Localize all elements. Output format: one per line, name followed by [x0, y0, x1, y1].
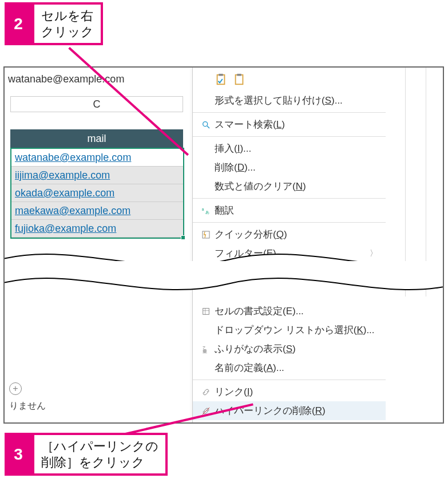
link-icon — [199, 388, 213, 397]
svg-point-4 — [203, 121, 208, 126]
menu-item-label: 削除(D)... — [213, 161, 386, 174]
spreadsheet-window: watanabe@example.com C mail watanabe@exa… — [3, 66, 444, 424]
menu-item[interactable]: クイック分析(Q) — [193, 225, 386, 244]
menu-item[interactable]: 挿入(I)... — [193, 139, 386, 158]
menu-separator — [193, 112, 386, 113]
menu-item-label: フィルター(E) — [213, 247, 370, 260]
menu-item[interactable]: 名前の定義(A)... — [193, 358, 386, 377]
callout-number: 2 — [5, 2, 32, 45]
table-header-mail: mail — [10, 129, 183, 148]
menu-item-label: 翻訳 — [213, 204, 386, 217]
clipboard-icon[interactable] — [233, 73, 245, 89]
callout-number: 3 — [5, 433, 32, 476]
menu-item[interactable]: 形式を選択して貼り付け(S)... — [193, 91, 386, 110]
status-text: りません — [9, 400, 46, 412]
cell-link[interactable]: fujioka@example.com — [11, 220, 183, 238]
menu-item-label: スマート検索(L) — [213, 118, 386, 131]
menu-item-label: ドロップダウン リストから選択(K)... — [213, 323, 386, 337]
svg-text:亜: 亜 — [203, 349, 207, 354]
menu-separator — [193, 136, 386, 137]
menu-item[interactable]: リンク(I) — [193, 382, 386, 401]
menu-item[interactable]: 数式と値のクリア(N) — [193, 177, 386, 196]
menu-item[interactable]: ア亜ふりがなの表示(S) — [193, 339, 386, 358]
menu-item-label: 挿入(I)... — [213, 142, 386, 155]
search-icon — [199, 120, 213, 129]
menu-item[interactable]: フィルター(E)〉 — [193, 244, 386, 263]
format-icon — [199, 307, 213, 316]
svg-rect-1 — [219, 74, 223, 76]
formula-bar[interactable]: watanabe@example.com — [8, 73, 185, 85]
menu-item[interactable]: ドロップダウン リストから選択(K)... — [193, 321, 386, 339]
svg-text:あ: あ — [205, 210, 209, 215]
column-header-c[interactable]: C — [10, 96, 183, 112]
submenu-arrow-icon: 〉 — [370, 248, 386, 259]
menu-item[interactable]: セルの書式設定(E)... — [193, 302, 386, 321]
menu-item-label: クイック分析(Q) — [213, 228, 386, 241]
furigana-icon: ア亜 — [199, 345, 213, 354]
callout-text: セルを右 クリック — [32, 2, 103, 45]
menu-separator — [193, 222, 386, 223]
svg-rect-9 — [203, 308, 209, 314]
grid-lines — [386, 68, 443, 297]
svg-line-5 — [207, 126, 209, 128]
svg-text:a: a — [202, 207, 204, 211]
cell-link[interactable]: watanabe@example.com — [11, 149, 183, 167]
svg-rect-3 — [237, 74, 241, 76]
menu-item-label: リンク(I) — [213, 385, 386, 398]
menu-separator — [193, 380, 386, 380]
menu-item[interactable]: aあ翻訳 — [193, 201, 386, 220]
menu-item-label: セルの書式設定(E)... — [213, 305, 386, 318]
menu-item[interactable]: スマート検索(L) — [193, 115, 386, 134]
callout-step-3: 3 ［ハイパーリンクの 削除］をクリック — [5, 433, 168, 476]
menu-item-label: 形式を選択して貼り付け(S)... — [213, 94, 386, 107]
cell-link[interactable]: okada@example.com — [11, 184, 183, 202]
menu-item-label: 名前の定義(A)... — [213, 361, 386, 374]
paste-icon[interactable] — [215, 73, 227, 89]
paste-icons-row — [193, 68, 386, 91]
menu-separator — [193, 198, 386, 199]
selection-handle[interactable] — [181, 235, 185, 240]
context-menu: 形式を選択して貼り付け(S)...スマート検索(L)挿入(I)...削除(D).… — [192, 68, 386, 424]
translate-icon: aあ — [199, 206, 213, 215]
cell-link[interactable]: maekawa@example.com — [11, 202, 183, 220]
menu-item[interactable]: 削除(D)... — [193, 158, 386, 177]
menu-item-label: 数式と値のクリア(N) — [213, 180, 386, 193]
svg-rect-2 — [236, 75, 243, 85]
callout-step-2: 2 セルを右 クリック — [5, 2, 103, 45]
selected-cell-range[interactable]: watanabe@example.com iijima@example.com … — [10, 148, 184, 239]
callout-text: ［ハイパーリンクの 削除］をクリック — [32, 433, 168, 476]
cell-link[interactable]: iijima@example.com — [11, 167, 183, 184]
add-sheet-button[interactable]: + — [9, 382, 22, 395]
quick-icon — [199, 230, 213, 239]
svg-rect-0 — [217, 75, 225, 85]
menu-item-label: ふりがなの表示(S) — [213, 342, 386, 355]
